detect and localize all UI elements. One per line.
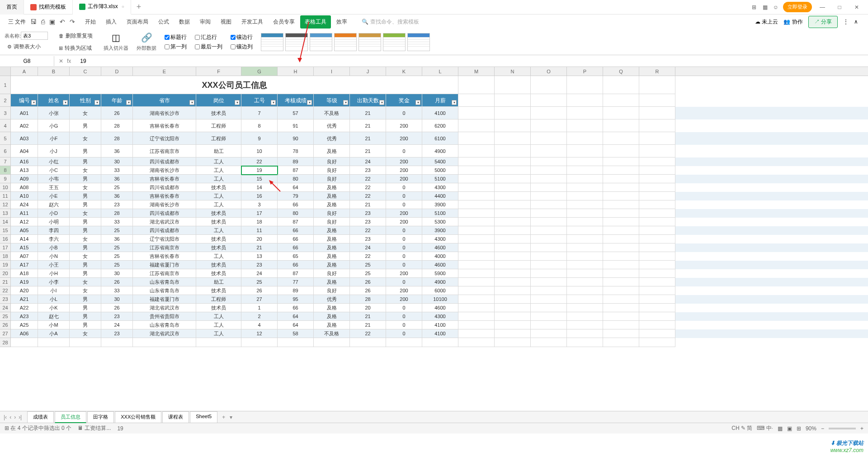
cell-10-8[interactable]: 及格 <box>314 183 350 192</box>
cell[interactable] <box>531 321 567 329</box>
cell-20-6[interactable]: 24 <box>241 269 278 278</box>
cell-8-3[interactable]: 33 <box>101 166 133 175</box>
th-6[interactable]: 工号▾ <box>241 94 278 107</box>
cell-7-0[interactable]: A16 <box>11 157 38 166</box>
cell[interactable] <box>314 338 350 347</box>
tab-add[interactable]: + <box>131 2 147 12</box>
cell-25-5[interactable]: 工人 <box>196 312 241 321</box>
row-header-17[interactable]: 17 <box>0 243 11 252</box>
cell-11-0[interactable]: A10 <box>11 192 38 200</box>
cell[interactable] <box>603 278 639 286</box>
user-icon[interactable]: ☺ <box>772 4 779 11</box>
filter-icon[interactable]: ▾ <box>235 100 240 105</box>
convert-range-button[interactable]: ⊞ 转换为区域 <box>56 43 95 53</box>
sheet-next-icon[interactable]: › <box>14 414 16 420</box>
cell[interactable] <box>567 132 603 145</box>
cell[interactable] <box>567 312 603 321</box>
cell[interactable] <box>603 312 639 321</box>
row-header-14[interactable]: 14 <box>0 218 11 226</box>
view-break-icon[interactable]: ⊞ <box>797 425 801 432</box>
cell-19-4[interactable]: 福建省厦门市 <box>133 261 196 269</box>
cell-19-0[interactable]: A17 <box>11 261 38 269</box>
cell-12-11[interactable]: 3900 <box>422 200 458 209</box>
cell-20-5[interactable]: 技术员 <box>196 269 241 278</box>
cell[interactable] <box>495 286 531 295</box>
cell[interactable] <box>495 304 531 312</box>
cell[interactable] <box>531 252 567 261</box>
cell-17-5[interactable]: 技术员 <box>196 243 241 252</box>
cell-10-7[interactable]: 64 <box>278 183 314 192</box>
cell[interactable] <box>458 226 495 235</box>
cell[interactable] <box>458 94 495 107</box>
cell-16-11[interactable]: 4300 <box>422 235 458 243</box>
cell[interactable] <box>531 269 567 278</box>
cell-18-5[interactable]: 工人 <box>196 252 241 261</box>
cell-8-11[interactable]: 5000 <box>422 166 458 175</box>
cell-24-10[interactable]: 0 <box>386 304 422 312</box>
cell-25-7[interactable]: 64 <box>278 312 314 321</box>
row-header-1[interactable]: 1 <box>0 76 11 94</box>
minimize-button[interactable]: — <box>816 4 829 10</box>
cell-7-3[interactable]: 30 <box>101 157 133 166</box>
cell[interactable] <box>458 192 495 200</box>
menu-eff[interactable]: 效率 <box>332 15 352 29</box>
cell[interactable] <box>241 338 278 347</box>
cell[interactable] <box>531 157 567 166</box>
cell[interactable] <box>495 243 531 252</box>
cell-16-7[interactable]: 66 <box>278 235 314 243</box>
cell-6-5[interactable]: 助工 <box>196 145 241 157</box>
tab-workbook[interactable]: 工作簿3.xlsx○ <box>73 0 131 14</box>
cell-11-9[interactable]: 22 <box>350 192 386 200</box>
zoom-out-icon[interactable]: − <box>821 425 824 432</box>
cell[interactable] <box>639 269 675 278</box>
cell-6-6[interactable]: 10 <box>241 145 278 157</box>
cell-4-1[interactable]: 小G <box>38 119 70 132</box>
undo-icon[interactable]: ↶ <box>60 18 65 25</box>
cell-18-1[interactable]: 小N <box>38 252 70 261</box>
col-header-P[interactable]: P <box>567 67 603 76</box>
cell-10-0[interactable]: A08 <box>11 183 38 192</box>
cell-24-2[interactable]: 男 <box>70 304 101 312</box>
table-style-4[interactable] <box>359 33 381 51</box>
cell-16-10[interactable]: 0 <box>386 235 422 243</box>
cell-16-8[interactable]: 及格 <box>314 235 350 243</box>
cell-26-0[interactable]: A25 <box>11 321 38 329</box>
cell[interactable] <box>531 145 567 157</box>
cell-5-8[interactable]: 优秀 <box>314 132 350 145</box>
cell-16-2[interactable]: 女 <box>70 235 101 243</box>
cell[interactable] <box>495 192 531 200</box>
cell[interactable] <box>603 269 639 278</box>
cell-6-8[interactable]: 及格 <box>314 145 350 157</box>
cell[interactable] <box>531 175 567 183</box>
cell[interactable] <box>639 286 675 295</box>
cell-8-8[interactable]: 良好 <box>314 166 350 175</box>
cell-23-0[interactable]: A21 <box>11 295 38 304</box>
row-header-12[interactable]: 12 <box>0 200 11 209</box>
cell-22-11[interactable]: 6000 <box>422 286 458 295</box>
menu-data[interactable]: 数据 <box>175 15 194 29</box>
cell[interactable] <box>458 119 495 132</box>
col-header-I[interactable]: I <box>314 67 350 76</box>
cell-9-4[interactable]: 吉林省长春市 <box>133 175 196 183</box>
cell-21-5[interactable]: 助工 <box>196 278 241 286</box>
cell-16-5[interactable]: 技术员 <box>196 235 241 243</box>
cell-22-0[interactable]: A20 <box>11 286 38 295</box>
cell-24-9[interactable]: 20 <box>350 304 386 312</box>
th-5[interactable]: 岗位▾ <box>196 94 241 107</box>
select-all-corner[interactable] <box>0 67 11 76</box>
cell-6-9[interactable]: 21 <box>350 145 386 157</box>
filter-icon[interactable]: ▾ <box>343 100 348 105</box>
zoom-level[interactable]: 90% <box>806 425 816 432</box>
cell-18-0[interactable]: A07 <box>11 252 38 261</box>
cell-11-7[interactable]: 79 <box>278 192 314 200</box>
sheet-tab-3[interactable]: XXX公司销售额 <box>115 411 161 423</box>
cell-7-7[interactable]: 89 <box>278 157 314 166</box>
cell-24-5[interactable]: 技术员 <box>196 304 241 312</box>
cell-15-5[interactable]: 工人 <box>196 226 241 235</box>
cell-24-7[interactable]: 66 <box>278 304 314 312</box>
cell-5-2[interactable]: 女 <box>70 132 101 145</box>
formula-input[interactable]: 19 <box>75 58 868 64</box>
cell-5-10[interactable]: 200 <box>386 132 422 145</box>
cell-4-4[interactable]: 吉林省长春市 <box>133 119 196 132</box>
cell-8-9[interactable]: 23 <box>350 166 386 175</box>
